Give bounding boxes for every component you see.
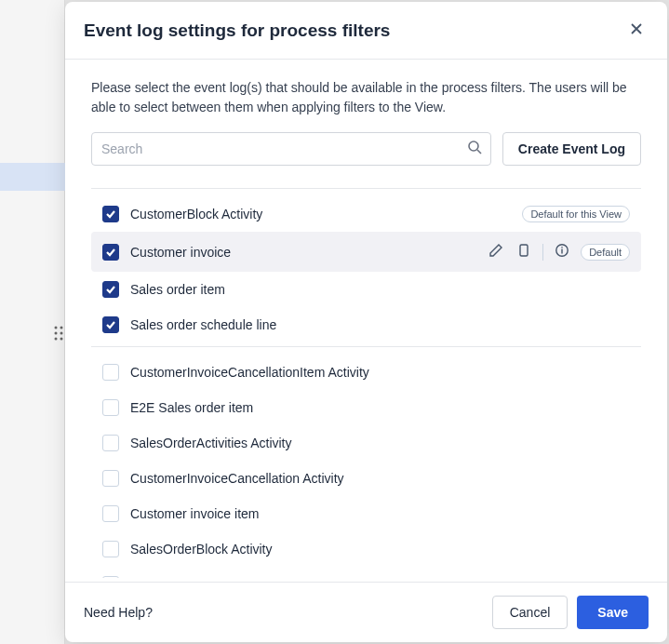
event-log-item[interactable]: SalesOrderItemBlock Activity [91, 567, 641, 578]
default-for-view-badge: Default for this View [522, 206, 630, 222]
event-log-label: Sales order schedule line [130, 317, 630, 332]
close-button[interactable] [624, 17, 649, 44]
copy-icon [516, 243, 531, 261]
checkbox[interactable] [102, 316, 119, 333]
event-log-item[interactable]: SalesOrderBlock Activity [91, 531, 641, 567]
modal-footer: Need Help? Cancel Save [65, 582, 667, 642]
svg-point-6 [469, 141, 478, 151]
event-log-item[interactable]: Customer invoiceDefault [91, 232, 641, 272]
checkbox[interactable] [102, 399, 119, 416]
search-icon [467, 140, 482, 158]
copy-button[interactable] [515, 241, 533, 262]
event-log-item[interactable]: CustomerInvoiceCancellation Activity [91, 461, 641, 496]
svg-point-4 [55, 338, 58, 341]
info-icon [555, 243, 569, 261]
modal-header: Event log settings for process filters [65, 2, 667, 60]
svg-point-3 [60, 332, 63, 335]
intro-text: Please select the event log(s) that shou… [91, 78, 641, 117]
event-log-item[interactable]: Sales order item [91, 272, 641, 307]
event-log-label: CustomerInvoiceCancellationItem Activity [130, 365, 630, 380]
event-log-label: SalesOrderBlock Activity [130, 542, 630, 557]
close-icon [628, 26, 645, 40]
event-log-label: SalesOrderItemBlock Activity [130, 577, 630, 578]
svg-rect-7 [520, 245, 528, 256]
event-log-label: Sales order item [130, 282, 630, 297]
info-button[interactable] [553, 241, 571, 262]
checkbox[interactable] [102, 206, 119, 222]
svg-point-5 [60, 338, 63, 341]
checkbox[interactable] [102, 435, 119, 451]
checkbox[interactable] [102, 364, 119, 381]
search-row: Create Event Log [91, 132, 641, 166]
row-actions: Default for this View [522, 206, 630, 222]
event-log-list[interactable]: CustomerBlock ActivityDefault for this V… [91, 184, 641, 578]
checkbox[interactable] [102, 244, 119, 261]
drag-handle-icon[interactable] [54, 326, 63, 344]
background-panel [0, 0, 65, 644]
event-log-item[interactable]: SalesOrderActivities Activity [91, 425, 641, 461]
svg-point-0 [55, 327, 58, 329]
event-log-label: CustomerInvoiceCancellation Activity [130, 471, 630, 486]
save-button[interactable]: Save [577, 596, 649, 629]
cancel-button[interactable]: Cancel [492, 596, 569, 629]
event-log-item[interactable]: E2E Sales order item [91, 390, 641, 425]
create-event-log-button[interactable]: Create Event Log [502, 132, 641, 166]
background-selected-row [0, 163, 65, 191]
search-wrap [91, 132, 491, 166]
svg-point-2 [55, 332, 58, 335]
edit-button[interactable] [487, 241, 505, 262]
event-log-label: Customer invoice [130, 245, 475, 260]
checkbox[interactable] [102, 505, 119, 522]
event-log-label: CustomerBlock Activity [130, 207, 511, 221]
checkbox[interactable] [102, 576, 119, 578]
event-log-item[interactable]: CustomerInvoiceCancellationItem Activity [91, 355, 641, 390]
svg-point-9 [561, 247, 563, 248]
footer-actions: Cancel Save [492, 596, 649, 629]
event-log-label: E2E Sales order item [130, 400, 630, 415]
event-log-label: SalesOrderActivities Activity [130, 436, 630, 450]
row-actions: Default [487, 241, 630, 262]
modal-title: Event log settings for process filters [84, 20, 390, 41]
group-divider [91, 346, 641, 347]
checkbox[interactable] [102, 470, 119, 487]
checkbox[interactable] [102, 281, 119, 298]
checkbox[interactable] [102, 541, 119, 557]
edit-icon [488, 243, 503, 261]
event-log-settings-modal: Event log settings for process filters P… [65, 2, 667, 642]
event-log-label: Customer invoice item [130, 506, 630, 521]
group-divider [91, 188, 641, 189]
svg-point-1 [60, 327, 63, 329]
event-log-item[interactable]: CustomerBlock ActivityDefault for this V… [91, 196, 641, 232]
help-link[interactable]: Need Help? [84, 605, 153, 620]
default-badge: Default [581, 244, 630, 261]
modal-body: Please select the event log(s) that shou… [65, 60, 667, 582]
search-input[interactable] [91, 132, 491, 166]
event-log-item[interactable]: Customer invoice item [91, 496, 641, 531]
event-log-item[interactable]: Sales order schedule line [91, 307, 641, 342]
divider [542, 244, 543, 261]
